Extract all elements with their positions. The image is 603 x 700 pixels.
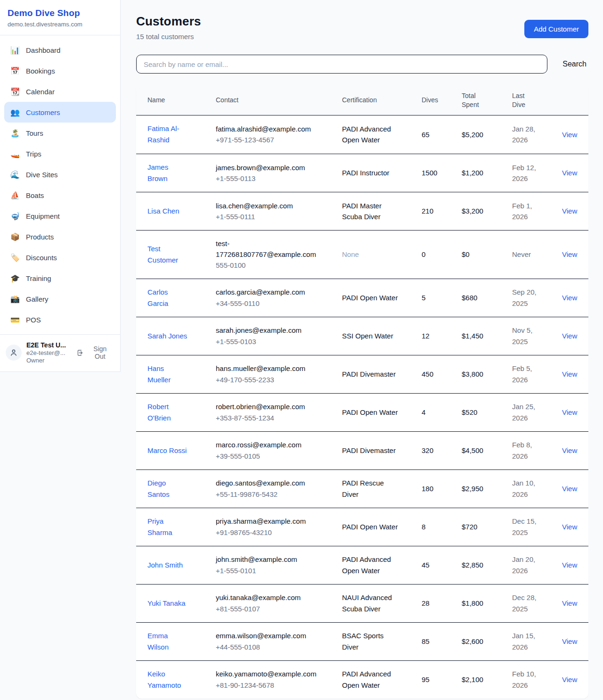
view-customer-link[interactable]: View	[562, 561, 577, 569]
table-body: Fatima Al- Rashid fatima.alrashid@exampl…	[136, 115, 588, 699]
certification-cell: PADI Master Scuba Diver	[342, 193, 422, 230]
view-customer-link[interactable]: View	[562, 599, 577, 607]
customer-name-link[interactable]: Keiko Yamamoto	[147, 670, 181, 689]
sidebar-item-discounts[interactable]: 🏷️ Discounts	[4, 247, 116, 268]
column-header-actions	[562, 95, 577, 106]
column-header-total-spent: Total Spent	[462, 86, 512, 115]
last-dive-cell: Nov 5, 2025	[512, 317, 562, 354]
customer-email: carlos.garcia@example.com	[216, 287, 334, 297]
customer-name-link[interactable]: Diego Santos	[147, 479, 170, 498]
page-header-text: Customers 15 total customers	[136, 14, 201, 41]
customer-name-link[interactable]: James Brown	[147, 163, 168, 182]
sidebar-item-equipment[interactable]: 🤿 Equipment	[4, 206, 116, 226]
sidebar-item-customers[interactable]: 👥 Customers	[4, 102, 116, 123]
view-customer-link[interactable]: View	[562, 485, 577, 493]
sidebar-item-icon: 💳	[10, 315, 20, 324]
customer-phone: +44-555-0108	[216, 642, 334, 652]
sidebar-item-dive-sites[interactable]: 🌊 Dive Sites	[4, 164, 116, 185]
column-header-dives: Dives	[422, 90, 462, 110]
search-input[interactable]	[136, 55, 547, 74]
sidebar-nav: 📊 Dashboard 📅 Bookings 📆 Calendar 👥 Cust…	[0, 35, 120, 334]
sign-out-button[interactable]: Sign Out	[76, 345, 113, 360]
customer-name-link[interactable]: Sarah Jones	[147, 332, 187, 340]
total-spent-cell: $2,850	[462, 552, 512, 578]
table-row: Emma Wilson emma.wilson@example.com +44-…	[136, 622, 588, 660]
customer-phone: +971-55-123-4567	[216, 134, 334, 145]
sidebar-item-trips[interactable]: 🚤 Trips	[4, 143, 116, 164]
page-title: Customers	[136, 14, 201, 29]
customer-name-link[interactable]: Fatima Al- Rashid	[147, 124, 179, 144]
sidebar-item-bookings[interactable]: 📅 Bookings	[4, 60, 116, 81]
sidebar-item-products[interactable]: 📦 Products	[4, 226, 116, 247]
view-customer-link[interactable]: View	[562, 131, 577, 139]
main-content: Customers 15 total customers Add Custome…	[121, 0, 603, 699]
last-dive-cell: Feb 1, 2026	[512, 193, 562, 230]
sidebar-item-calendar[interactable]: 📆 Calendar	[4, 81, 116, 102]
sidebar-item-label: Dive Sites	[26, 171, 58, 179]
add-customer-button[interactable]: Add Customer	[524, 20, 588, 38]
view-customer-link[interactable]: View	[562, 675, 577, 684]
certification-cell: PADI Divemaster	[342, 437, 422, 463]
customer-email: keiko.yamamoto@example.com	[216, 668, 334, 679]
total-spent-cell: $5,200	[462, 122, 512, 148]
customer-name-link[interactable]: Emma Wilson	[147, 632, 169, 651]
customer-name-link[interactable]: Hans Mueller	[147, 364, 171, 384]
dives-cell: 180	[422, 476, 462, 502]
dives-cell: 4	[422, 399, 462, 425]
customer-phone: +91-98765-43210	[216, 527, 334, 538]
customer-name-link[interactable]: Marco Rossi	[147, 446, 187, 454]
certification-cell: PADI Open Water	[342, 399, 422, 425]
customer-name-link[interactable]: Carlos Garcia	[147, 288, 168, 307]
view-customer-link[interactable]: View	[562, 294, 577, 302]
search-button[interactable]: Search	[561, 56, 588, 72]
view-customer-link[interactable]: View	[562, 207, 577, 215]
view-customer-link[interactable]: View	[562, 446, 577, 454]
table-row: Carlos Garcia carlos.garcia@example.com …	[136, 279, 588, 317]
sidebar-item-pos[interactable]: 💳 POS	[4, 309, 116, 330]
sidebar-item-icon: 📦	[10, 232, 20, 241]
customer-count: 15 total customers	[136, 33, 201, 41]
sidebar-item-icon: 📅	[10, 66, 20, 75]
view-customer-link[interactable]: View	[562, 169, 577, 177]
certification-cell: BSAC Sports Diver	[342, 623, 422, 660]
customer-email: robert.obrien@example.com	[216, 401, 334, 412]
customer-email: sarah.jones@example.com	[216, 325, 334, 336]
customer-name-link[interactable]: Yuki Tanaka	[147, 599, 186, 607]
sidebar-item-dashboard[interactable]: 📊 Dashboard	[4, 40, 116, 60]
dives-cell: 45	[422, 552, 462, 578]
sidebar-item-tours[interactable]: 🏝️ Tours	[4, 123, 116, 143]
view-customer-link[interactable]: View	[562, 637, 577, 645]
sidebar-item-training[interactable]: 🎓 Training	[4, 268, 116, 288]
sidebar-item-icon: 📸	[10, 295, 20, 304]
view-customer-link[interactable]: View	[562, 408, 577, 416]
view-customer-link[interactable]: View	[562, 332, 577, 340]
certification-cell: PADI Advanced Open Water	[342, 546, 422, 584]
contact-cell: carlos.garcia@example.com +34-555-0110	[216, 279, 342, 316]
certification-cell: PADI Advanced Open Water	[342, 116, 422, 153]
view-customer-link[interactable]: View	[562, 370, 577, 378]
customer-email: john.smith@example.com	[216, 554, 334, 565]
customer-name-link[interactable]: Test Customer	[147, 245, 178, 264]
table-row: Yuki Tanaka yuki.tanaka@example.com +81-…	[136, 584, 588, 622]
customer-name-link[interactable]: Priya Sharma	[147, 517, 172, 536]
contact-cell: test- 1772681807767@example.com 555-0100	[216, 231, 342, 279]
dives-cell: 1500	[422, 160, 462, 186]
customer-email: yuki.tanaka@example.com	[216, 592, 334, 603]
certification-cell: NAUI Advanced Scuba Diver	[342, 585, 422, 622]
last-dive-cell: Jan 10, 2026	[512, 470, 562, 507]
customer-name-link[interactable]: John Smith	[147, 561, 183, 569]
customer-phone: 555-0100	[216, 260, 334, 271]
total-spent-cell: $2,100	[462, 667, 512, 692]
sidebar-item-label: Equipment	[26, 212, 60, 220]
certification-cell: PADI Divemaster	[342, 361, 422, 387]
contact-cell: james.brown@example.com +1-555-0113	[216, 155, 342, 192]
sidebar-item-gallery[interactable]: 📸 Gallery	[4, 288, 116, 309]
contact-cell: diego.santos@example.com +55-11-99876-54…	[216, 470, 342, 507]
dives-cell: 12	[422, 323, 462, 349]
view-customer-link[interactable]: View	[562, 523, 577, 531]
sidebar-item-boats[interactable]: ⛵ Boats	[4, 185, 116, 206]
customer-name-link[interactable]: Robert O'Brien	[147, 403, 171, 422]
customer-name-link[interactable]: Lisa Chen	[147, 207, 179, 215]
contact-cell: sarah.jones@example.com +1-555-0103	[216, 317, 342, 354]
view-customer-link[interactable]: View	[562, 250, 577, 258]
